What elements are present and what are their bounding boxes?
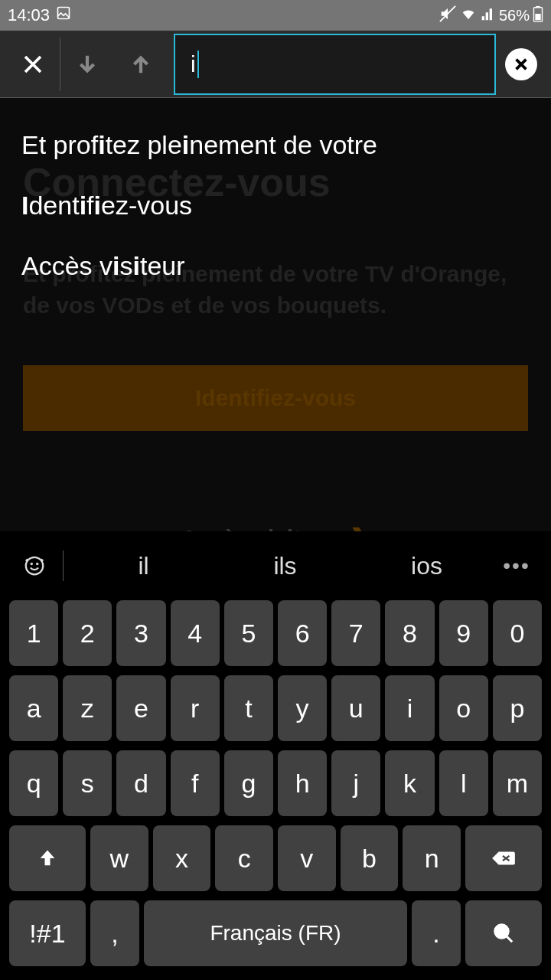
status-time: 14:03 (8, 5, 50, 25)
svg-point-8 (495, 925, 509, 939)
divider (63, 550, 64, 581)
key-7[interactable]: 7 (331, 600, 380, 666)
suggestion[interactable]: ils (214, 552, 356, 580)
key-c[interactable]: c (215, 825, 273, 891)
key-0[interactable]: 0 (493, 600, 542, 666)
svg-rect-0 (58, 8, 70, 19)
svg-rect-3 (535, 14, 540, 20)
key-2[interactable]: 2 (63, 600, 112, 666)
shift-key[interactable] (9, 825, 86, 891)
key-b[interactable]: b (341, 825, 399, 891)
key-h[interactable]: h (278, 750, 327, 816)
key-row-4: w x c v b n (9, 825, 542, 891)
key-k[interactable]: k (385, 750, 434, 816)
signal-icon (481, 6, 496, 25)
key-v[interactable]: v (278, 825, 336, 891)
status-bar: 14:03 56% (0, 0, 551, 31)
identify-button[interactable]: Identifiez-vous (23, 365, 528, 431)
key-m[interactable]: m (493, 750, 542, 816)
wifi-icon (459, 5, 478, 26)
key-n[interactable]: n (403, 825, 461, 891)
battery-icon (533, 5, 543, 26)
key-p[interactable]: p (493, 675, 542, 741)
find-result[interactable]: Et profitez pleinement de votre (0, 115, 551, 175)
key-g[interactable]: g (224, 750, 273, 816)
key-8[interactable]: 8 (385, 600, 434, 666)
key-s[interactable]: s (63, 750, 112, 816)
find-result[interactable]: Identifiez-vous (0, 175, 551, 236)
svg-point-6 (31, 564, 32, 564)
key-row-numbers: 1 2 3 4 5 6 7 8 9 0 (9, 600, 542, 666)
key-r[interactable]: r (171, 675, 220, 741)
backspace-key[interactable] (465, 825, 542, 891)
mute-icon (439, 5, 456, 26)
key-e[interactable]: e (116, 675, 165, 741)
key-u[interactable]: u (331, 675, 380, 741)
find-input[interactable]: i (174, 34, 496, 95)
key-row-2: a z e r t y u i o p (9, 675, 542, 741)
key-1[interactable]: 1 (9, 600, 58, 666)
key-5[interactable]: 5 (224, 600, 273, 666)
svg-point-7 (37, 564, 37, 564)
clear-input-icon[interactable] (505, 48, 537, 80)
more-icon[interactable]: ••• (497, 554, 536, 578)
space-key[interactable]: Français (FR) (144, 900, 407, 966)
key-a[interactable]: a (9, 675, 58, 741)
key-o[interactable]: o (439, 675, 488, 741)
suggestion[interactable]: il (73, 552, 214, 580)
key-i[interactable]: i (385, 675, 434, 741)
key-q[interactable]: q (9, 750, 58, 816)
find-in-page-bar: i (0, 31, 551, 98)
suggestion-bar: il ils ios ••• (0, 531, 551, 600)
key-3[interactable]: 3 (116, 600, 165, 666)
svg-point-5 (26, 557, 44, 575)
close-icon[interactable] (6, 38, 60, 91)
key-t[interactable]: t (224, 675, 273, 741)
key-f[interactable]: f (171, 750, 220, 816)
find-result[interactable]: Accès visiteur (0, 236, 551, 296)
key-d[interactable]: d (116, 750, 165, 816)
symbols-key[interactable]: !#1 (9, 900, 86, 966)
key-l[interactable]: l (439, 750, 488, 816)
search-key[interactable] (465, 900, 542, 966)
key-x[interactable]: x (153, 825, 211, 891)
comma-key[interactable]: , (90, 900, 139, 966)
key-row-3: q s d f g h j k l m (9, 750, 542, 816)
find-next-down-icon[interactable] (60, 38, 114, 91)
soft-keyboard: il ils ios ••• 1 2 3 4 5 6 7 8 9 0 a z e… (0, 531, 551, 980)
key-row-bottom: !#1 , Français (FR) . (9, 900, 542, 966)
suggestion[interactable]: ios (356, 552, 497, 580)
svg-rect-4 (536, 5, 540, 7)
key-j[interactable]: j (331, 750, 380, 816)
key-4[interactable]: 4 (171, 600, 220, 666)
period-key[interactable]: . (412, 900, 461, 966)
text-caret (197, 51, 199, 78)
key-z[interactable]: z (63, 675, 112, 741)
find-prev-up-icon[interactable] (114, 38, 168, 91)
key-6[interactable]: 6 (278, 600, 327, 666)
find-input-text: i (191, 51, 196, 77)
image-icon (56, 5, 71, 25)
battery-percent: 56% (499, 7, 530, 24)
find-results-overlay: Et profitez pleinement de votre Identifi… (0, 98, 551, 296)
key-y[interactable]: y (278, 675, 327, 741)
key-w[interactable]: w (90, 825, 148, 891)
key-9[interactable]: 9 (439, 600, 488, 666)
emoji-icon[interactable] (15, 554, 54, 577)
